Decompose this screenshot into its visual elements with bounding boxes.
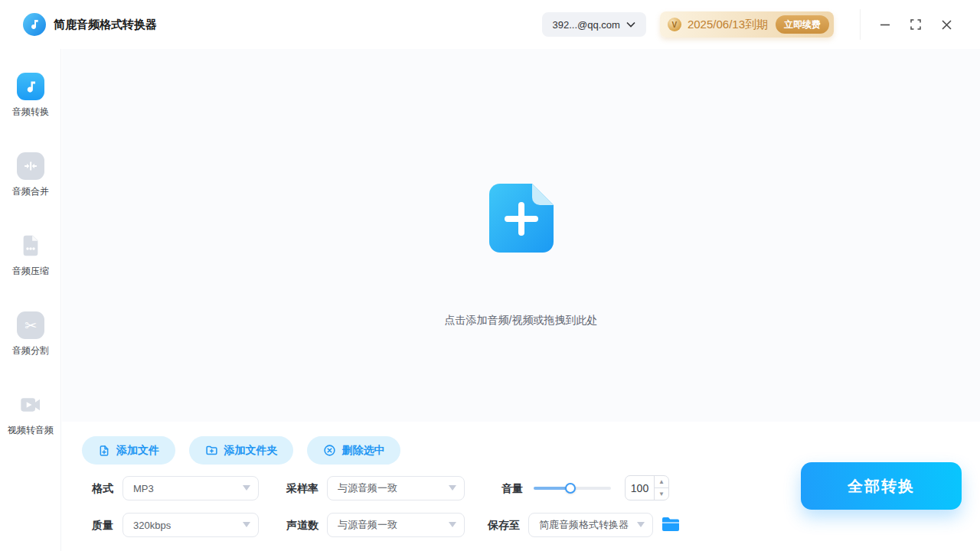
add-folder-label: 添加文件夹 <box>224 444 278 458</box>
quality-value: 320kbps <box>133 520 171 531</box>
sidebar: 音频转换 音频合并 音频压缩 ✂ 音频分割 视频转音频 <box>0 49 61 551</box>
channels-dropdown[interactable]: 与源音频一致 <box>327 513 465 537</box>
save-to-label: 保存至 <box>488 513 520 537</box>
save-to-value: 简鹿音频格式转换器 <box>539 518 629 532</box>
app-title: 简鹿音频格式转换器 <box>54 18 157 32</box>
app-logo-icon <box>23 13 46 36</box>
vip-expiry-badge[interactable]: V 2025/06/13到期 立即续费 <box>660 11 834 37</box>
sidebar-item-audio-compress[interactable]: 音频压缩 <box>0 232 61 278</box>
format-dropdown[interactable]: MP3 <box>122 476 259 500</box>
sidebar-item-label: 音频合并 <box>0 185 61 198</box>
minimize-button[interactable] <box>870 9 900 40</box>
bottom-panel: 添加文件 添加文件夹 删除选中 格式 MP3 采样率 与源音频一致 音量 <box>62 422 980 551</box>
vip-crown-icon: V <box>668 18 681 31</box>
folder-plus-icon <box>205 444 218 457</box>
dropdown-arrow-icon <box>449 485 456 491</box>
circle-x-icon <box>323 444 336 457</box>
music-note-icon <box>17 73 44 100</box>
convert-all-button[interactable]: 全部转换 <box>801 462 962 510</box>
format-value: MP3 <box>133 483 154 494</box>
account-dropdown[interactable]: 392...@qq.com <box>542 12 646 37</box>
volume-slider[interactable] <box>534 487 611 490</box>
dropdown-arrow-icon <box>449 522 456 527</box>
sample-rate-label: 采样率 <box>286 476 318 500</box>
app-window: 简鹿音频格式转换器 392...@qq.com V 2025/06/13到期 立… <box>0 0 980 551</box>
scissors-icon: ✂ <box>17 311 44 339</box>
channels-label: 声道数 <box>286 513 318 537</box>
volume-input[interactable] <box>626 476 654 500</box>
window-controls <box>860 9 962 40</box>
sidebar-item-label: 音频分割 <box>0 344 61 357</box>
volume-number-input: ▲ ▼ <box>625 475 669 500</box>
sample-rate-value: 与源音频一致 <box>338 481 397 495</box>
stepper-down-icon[interactable]: ▼ <box>655 488 668 500</box>
sidebar-item-audio-split[interactable]: ✂ 音频分割 <box>0 311 61 357</box>
title-bar: 简鹿音频格式转换器 392...@qq.com V 2025/06/13到期 立… <box>0 0 980 49</box>
sidebar-item-label: 音频转换 <box>0 106 61 119</box>
vip-expiry-text: 2025/06/13到期 <box>688 18 768 32</box>
account-email: 392...@qq.com <box>553 19 620 31</box>
add-file-button[interactable]: 添加文件 <box>82 436 175 465</box>
file-plus-small-icon <box>98 445 110 457</box>
open-folder-button[interactable] <box>661 515 681 535</box>
chevron-down-icon <box>626 21 635 28</box>
close-button[interactable] <box>931 9 962 40</box>
sidebar-item-label: 视频转音频 <box>0 424 61 437</box>
format-label: 格式 <box>92 476 113 500</box>
quality-label: 质量 <box>92 513 113 537</box>
channels-value: 与源音频一致 <box>338 518 397 532</box>
volume-stepper: ▲ ▼ <box>654 476 668 500</box>
dropdown-arrow-icon <box>637 522 645 527</box>
sidebar-item-audio-convert[interactable]: 音频转换 <box>0 73 61 119</box>
save-to-dropdown[interactable]: 简鹿音频格式转换器 <box>528 513 653 537</box>
quality-dropdown[interactable]: 320kbps <box>122 513 259 537</box>
file-drop-area[interactable]: 点击添加音频/视频或拖拽到此处 <box>62 49 980 422</box>
file-plus-icon[interactable] <box>489 184 554 253</box>
add-file-label: 添加文件 <box>116 444 159 458</box>
merge-icon <box>17 152 44 180</box>
sample-rate-dropdown[interactable]: 与源音频一致 <box>327 476 465 500</box>
volume-slider-thumb[interactable] <box>565 483 576 494</box>
dropdown-arrow-icon <box>243 485 250 491</box>
add-folder-button[interactable]: 添加文件夹 <box>189 436 293 465</box>
delete-selected-label: 删除选中 <box>342 444 385 458</box>
maximize-button[interactable] <box>900 9 931 40</box>
dropdown-arrow-icon <box>243 522 250 527</box>
drop-hint-text: 点击添加音频/视频或拖拽到此处 <box>62 314 980 328</box>
folder-icon <box>662 516 680 533</box>
stepper-up-icon[interactable]: ▲ <box>655 476 668 488</box>
renew-now-button[interactable]: 立即续费 <box>776 15 829 34</box>
video-camera-icon <box>17 391 44 419</box>
delete-selected-button[interactable]: 删除选中 <box>307 436 400 465</box>
compress-file-icon <box>17 232 44 259</box>
volume-label: 音量 <box>501 476 523 500</box>
sidebar-item-label: 音频压缩 <box>0 265 61 278</box>
sidebar-item-video-to-audio[interactable]: 视频转音频 <box>0 391 61 437</box>
sidebar-item-audio-merge[interactable]: 音频合并 <box>0 152 61 198</box>
